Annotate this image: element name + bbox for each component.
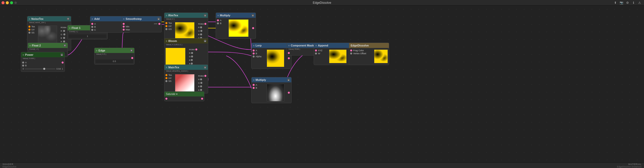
node-power[interactable]: ≡ Power ▲ Value( 0.649 ) A B 0 0.64 1 [21,52,65,72]
port-mul1-a[interactable] [217,19,219,21]
port-r[interactable] [63,30,65,32]
menu-icon-main: ≡ [166,66,167,69]
port-append-xyz[interactable] [315,49,317,51]
collapse-button[interactable]: ▼ [67,18,69,20]
port-append-w[interactable] [315,52,317,54]
port-rim-b[interactable] [200,33,202,35]
port-power-a[interactable] [22,62,24,64]
collapse-mul2[interactable]: ▲ [287,79,290,81]
port-main-uv[interactable] [165,77,167,79]
power-slider-track[interactable] [25,69,55,69]
port-add-b[interactable] [91,26,93,28]
preview-lerp-image [267,50,284,67]
node-bloom[interactable]: ≡ Bloom ▲ Value( 4.2,85,0,1 ) RGBA R [164,38,208,67]
port-smoothstep-min[interactable] [123,26,125,28]
port-rim-uv[interactable] [165,25,167,27]
port-power-b[interactable] [22,65,24,67]
collapse-power[interactable]: ▲ [61,53,63,56]
main-port-g: G [197,82,207,84]
port-main-tex[interactable] [165,74,167,76]
port-lerp-out[interactable] [288,57,290,59]
window-controls[interactable] [2,1,17,4]
port-main-g[interactable] [200,82,202,84]
port-ss-in[interactable] [28,32,30,34]
node-main-tex[interactable]: ≡ MainTex ▲ Value( alharitha_restrict ) … [164,65,208,93]
port-rim-rgba[interactable] [204,23,206,25]
port-lerp-b[interactable] [253,52,255,54]
port-uv-in[interactable] [28,29,30,31]
port-rim-r[interactable] [200,26,202,28]
port-tex-in[interactable] [28,26,30,28]
collapse-mul1[interactable]: ▲ [252,14,254,17]
float1-value[interactable]: 1 [69,34,106,38]
port-bloom-g[interactable] [191,55,193,58]
port-ed-frag-in[interactable] [350,49,352,51]
info-icon[interactable]: ℹ [631,1,635,5]
minimize-button[interactable] [6,1,9,4]
collapse-bloom[interactable]: ▲ [204,40,206,42]
port-smoothstep-out[interactable] [158,23,160,25]
collapse-rim[interactable]: ▲ [204,14,206,17]
power-slider-thumb[interactable] [43,68,45,70]
collapse-smoothstep[interactable]: ▲ [157,18,160,20]
edge-value[interactable]: 0.5 [96,60,133,63]
maximize-button[interactable] [10,1,13,4]
node-lerp[interactable]: ≡ Lerp ▲ A B Alpha [251,43,292,69]
port-main-r[interactable] [200,78,202,80]
port-lerp-alpha[interactable] [253,55,255,58]
node-append[interactable]: ≡ Append ▲ XYZ W [314,43,354,65]
port-main-ss[interactable] [165,80,167,82]
port-smoothstep-in[interactable] [123,23,125,25]
port-bloom-b[interactable] [191,59,193,61]
port-main-rgba[interactable] [204,75,206,77]
port-main-a[interactable] [200,89,202,91]
port-mul2-a[interactable] [253,84,255,86]
port-add-a[interactable] [91,23,93,25]
port-mul2-out[interactable] [288,92,290,94]
warning-icon[interactable]: ⚠ [637,1,641,5]
node-edge-body: 0.5 [95,56,134,64]
node-saturate[interactable]: Saturate ▾ [164,91,204,101]
port-mul1-b[interactable] [217,22,219,24]
collapse-main[interactable]: ▲ [204,66,206,69]
port-mul2-b[interactable] [253,87,255,89]
port-bloom-r[interactable] [191,52,193,54]
port-mul1-out[interactable] [252,27,254,29]
port-g[interactable] [63,33,65,35]
port-bloom-rgba[interactable] [195,48,197,50]
port-saturate-in[interactable] [165,98,167,100]
port-smoothstep-max[interactable] [123,29,125,31]
port-rim-tex[interactable] [165,22,167,24]
port-main-b[interactable] [200,85,202,87]
node-smoothstep-title: Smoothstep [126,17,142,20]
collapse-float2[interactable]: ▼ [64,44,66,47]
port-cm-in[interactable] [288,52,290,54]
port-rim-g[interactable] [200,30,202,32]
port-ed-vertex-in[interactable] [350,52,352,54]
node-saturate-header: Saturate ▾ [164,92,204,96]
port-saturate-out[interactable] [201,98,203,100]
node-smoothstep[interactable]: ≡ Smoothstep ▲ rrrrr Min Max [121,16,162,32]
port-power-out[interactable] [62,62,64,64]
camera-icon[interactable]: 📷 [619,1,623,5]
port-bloom-a[interactable] [191,63,193,65]
port-edge-out[interactable] [131,57,133,59]
port-rim-gs[interactable] [165,28,167,30]
port-b[interactable] [63,37,65,39]
node-edge-dissolve-body: Frag Color Vertex Offset [349,48,389,65]
main-port-ss: SS [164,80,173,83]
port-add-c[interactable] [91,29,93,31]
node-multiply1[interactable]: ≡ Multiply ▲ A B [216,13,256,39]
node-canvas[interactable]: ≡ NoiseTex ▼ Value( wemf_184 ) Tex UV [0,6,644,162]
settings-icon[interactable]: ⚙ [625,1,629,5]
collapse-edge[interactable]: ▼ [130,49,133,52]
share-icon[interactable]: ⬆ [613,1,617,5]
extra-button[interactable] [14,2,17,4]
close-button[interactable] [2,1,5,4]
port-lerp-a[interactable] [253,49,255,51]
node-edge-dissolve[interactable]: EdgeDissolve Frag Color Vertex Offset [349,43,389,65]
port-a[interactable] [63,40,65,42]
node-edge[interactable]: ≡ Edge ▼ Value( 0.5 ) 0.5 [94,48,134,65]
smoothstep-port-max: Max [122,28,161,31]
node-multiply2[interactable]: ≡ Multiply ▲ A B [251,77,292,103]
